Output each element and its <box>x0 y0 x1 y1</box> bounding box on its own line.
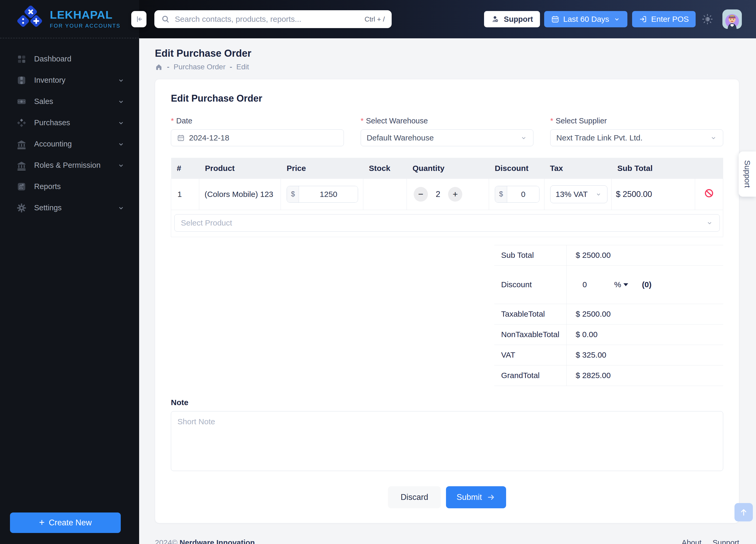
taxable-total-label: TaxableTotal <box>494 304 567 324</box>
chevron-down-icon <box>117 98 125 106</box>
caret-down-icon <box>623 283 628 286</box>
date-range-label: Last 60 Days <box>563 15 609 24</box>
subtotal-row: Sub Total $ 2500.00 <box>494 245 723 266</box>
enter-pos-button[interactable]: Enter POS <box>632 11 696 27</box>
col-subtotal: Sub Total <box>612 158 695 179</box>
discount-value[interactable] <box>507 186 539 202</box>
create-new-label: Create New <box>49 518 92 527</box>
footer-links: About Support <box>682 538 739 544</box>
sidebar-item-label: Purchases <box>34 118 110 127</box>
breadcrumb: - Purchase Order - Edit <box>155 63 739 71</box>
vat-label: VAT <box>494 345 567 365</box>
tax-select[interactable]: 13% VAT <box>550 185 607 203</box>
remove-row-icon[interactable] <box>704 188 714 198</box>
sidebar-item-reports[interactable]: Reports <box>0 176 139 197</box>
grand-total-value: $ 2825.00 <box>567 365 723 386</box>
breadcrumb-separator: - <box>230 63 232 71</box>
product-select[interactable]: Select Product <box>174 214 720 232</box>
scroll-to-top-button[interactable] <box>734 503 753 521</box>
price-value[interactable] <box>299 186 358 202</box>
sidebar-item-purchases[interactable]: Purchases <box>0 112 139 133</box>
col-stock: Stock <box>363 158 407 179</box>
sidebar-item-label: Accounting <box>34 140 110 148</box>
required-mark: * <box>171 117 174 125</box>
user-avatar[interactable] <box>722 9 742 29</box>
arrow-right-icon <box>487 493 496 502</box>
discount-unit-dropdown[interactable]: % <box>614 280 628 289</box>
totals-table: Sub Total $ 2500.00 Discount 0 % (0) Tax… <box>494 245 723 386</box>
sidebar-item-dashboard[interactable]: Dashboard <box>0 48 139 70</box>
supplier-label: *Select Supplier <box>550 117 723 125</box>
purchases-icon <box>16 118 27 128</box>
table-row: 1 (Colors Mobile) 123 $ − 2 + <box>171 179 723 210</box>
home-icon[interactable] <box>155 63 163 71</box>
warehouse-select[interactable]: Default Warehouse <box>361 129 534 146</box>
quantity-decrement-button[interactable]: − <box>414 187 428 202</box>
search-icon <box>161 15 170 24</box>
vat-row: VAT $ 325.00 <box>494 345 723 365</box>
roles-permission-icon <box>16 160 27 171</box>
support-side-tab[interactable]: Support <box>739 151 756 197</box>
chevron-down-icon <box>117 76 125 84</box>
footer-company: Nerdware Innovation <box>180 538 255 544</box>
sidebar-item-settings[interactable]: Settings <box>0 197 139 218</box>
chevron-down-icon <box>117 204 125 212</box>
topbar-actions: Support Last 60 Days Enter POS <box>484 9 742 29</box>
inventory-icon <box>16 75 27 86</box>
nontaxable-total-label: NonTaxableTotal <box>494 325 567 345</box>
main-content: Edit Purchase Order - Purchase Order - E… <box>139 38 756 544</box>
breadcrumb-separator: - <box>167 63 169 71</box>
order-items-table: # Product Price Stock Quantity Discount … <box>171 158 723 237</box>
supplier-field-group: *Select Supplier Next Trade Link Pvt. Lt… <box>550 117 723 146</box>
date-range-button[interactable]: Last 60 Days <box>544 11 627 27</box>
sidebar-collapse-button[interactable] <box>131 11 146 27</box>
enter-pos-icon <box>639 15 647 23</box>
app-logo[interactable]: LEKHAPAL FOR YOUR ACCOUNTS <box>0 0 139 38</box>
settings-gear-icon <box>16 203 27 213</box>
breadcrumb-current: Edit <box>236 63 249 71</box>
search-shortcut: Ctrl + / <box>365 15 385 23</box>
sidebar-item-inventory[interactable]: Inventory <box>0 70 139 91</box>
supplier-select[interactable]: Next Trade Link Pvt. Ltd. <box>550 129 723 146</box>
date-field-group: *Date <box>171 117 344 146</box>
subtotal-value: $ 2500.00 <box>567 245 723 265</box>
discount-label: Discount <box>494 266 567 304</box>
global-search: Ctrl + / <box>154 10 392 28</box>
row-product: (Colors Mobile) 123 <box>199 179 281 210</box>
order-fields: *Date *Select Warehouse Default Warehous… <box>171 117 723 146</box>
note-textarea[interactable] <box>171 411 723 471</box>
theme-toggle-icon[interactable] <box>701 13 713 25</box>
nontaxable-total-row: NonTaxableTotal $ 0.00 <box>494 325 723 345</box>
footer: 2024© Nerdware Innovation About Support <box>155 538 739 544</box>
sidebar-item-accounting[interactable]: Accounting <box>0 133 139 155</box>
date-input[interactable] <box>171 129 344 146</box>
quantity-increment-button[interactable]: + <box>448 187 462 202</box>
discount-input: $ <box>495 186 539 203</box>
currency-prefix: $ <box>287 186 299 202</box>
enter-pos-label: Enter POS <box>651 15 689 24</box>
warehouse-value: Default Warehouse <box>367 133 434 142</box>
tax-value: 13% VAT <box>556 190 588 199</box>
sidebar: LEKHAPAL FOR YOUR ACCOUNTS Dashboard Inv… <box>0 0 139 544</box>
footer-link-support[interactable]: Support <box>712 538 739 544</box>
support-person-icon <box>491 15 500 24</box>
row-num: 1 <box>171 179 199 210</box>
chevron-down-icon <box>117 119 125 127</box>
row-subtotal: $ 2500.00 <box>612 179 695 210</box>
footer-copyright: 2024© Nerdware Innovation <box>155 538 255 544</box>
sidebar-item-roles-permission[interactable]: Roles & Permission <box>0 155 139 176</box>
discard-button[interactable]: Discard <box>388 486 441 508</box>
support-button[interactable]: Support <box>484 11 540 27</box>
dashboard-icon <box>16 54 27 64</box>
sidebar-item-sales[interactable]: Sales <box>0 91 139 112</box>
search-input[interactable] <box>175 15 360 24</box>
sidebar-menu: Dashboard Inventory Sales Purchases <box>0 38 139 218</box>
chevron-down-icon <box>117 161 125 169</box>
create-new-button[interactable]: + Create New <box>10 512 121 533</box>
submit-button[interactable]: Submit <box>446 486 506 508</box>
date-value[interactable] <box>189 133 338 142</box>
discount-amount-input[interactable]: 0 <box>582 280 587 289</box>
footer-link-about[interactable]: About <box>682 538 702 544</box>
breadcrumb-section[interactable]: Purchase Order <box>174 63 225 71</box>
vat-value: $ 325.00 <box>567 345 723 365</box>
